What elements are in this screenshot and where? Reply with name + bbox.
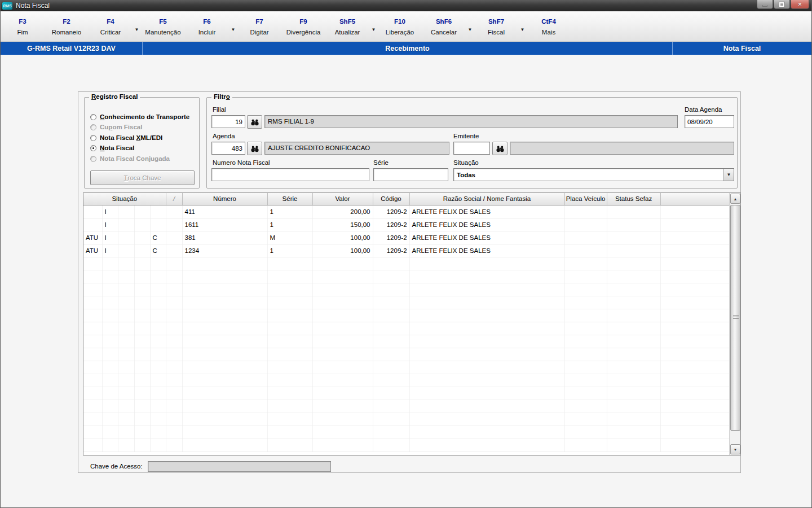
scrollbar-thumb[interactable] (730, 205, 740, 431)
cell-s2[interactable] (102, 426, 118, 439)
cell-placa[interactable] (564, 244, 607, 257)
cell-slash[interactable] (166, 322, 182, 335)
cell-s3[interactable] (118, 218, 134, 231)
cell-valor[interactable] (312, 283, 373, 296)
cell-valor[interactable] (312, 348, 373, 361)
situacao-dropdown[interactable]: Todas ▼ (453, 168, 734, 181)
cell-valor[interactable] (312, 387, 373, 400)
cell-s4[interactable] (134, 426, 150, 439)
cell-razao[interactable] (409, 309, 564, 322)
cell-razao[interactable] (409, 361, 564, 374)
cell-codigo[interactable] (373, 400, 409, 413)
cell-s5[interactable] (150, 400, 166, 413)
cell-filler[interactable] (660, 283, 729, 296)
cell-serie[interactable] (267, 296, 312, 309)
cell-codigo[interactable]: 1209-2 (373, 218, 409, 231)
cell-serie[interactable]: 1 (267, 205, 312, 218)
cell-razao[interactable] (409, 387, 564, 400)
cell-status[interactable] (607, 244, 660, 257)
cell-s5[interactable] (150, 348, 166, 361)
header-valor[interactable]: Valor (312, 193, 373, 205)
header-numero[interactable]: Número (182, 193, 267, 205)
cell-serie[interactable] (267, 374, 312, 387)
cell-slash[interactable] (166, 283, 182, 296)
cell-filler[interactable] (660, 335, 729, 348)
cell-s1[interactable]: ATU (83, 231, 102, 244)
cell-valor[interactable] (312, 413, 373, 426)
empty-row[interactable] (83, 439, 729, 452)
cell-valor[interactable] (312, 426, 373, 439)
cell-placa[interactable] (564, 400, 607, 413)
cell-s3[interactable] (118, 426, 134, 439)
cell-s2[interactable]: I (102, 218, 118, 231)
cell-numero[interactable] (182, 374, 267, 387)
cell-filler[interactable] (660, 244, 729, 257)
cell-filler[interactable] (660, 348, 729, 361)
cell-serie[interactable] (267, 400, 312, 413)
cell-status[interactable] (607, 283, 660, 296)
cell-s3[interactable] (118, 244, 134, 257)
serie-input[interactable] (373, 168, 448, 181)
cell-s4[interactable] (134, 361, 150, 374)
cell-filler[interactable] (660, 270, 729, 283)
cell-placa[interactable] (564, 335, 607, 348)
cell-razao[interactable] (409, 439, 564, 452)
scroll-down-icon[interactable]: ▼ (730, 444, 740, 454)
cell-serie[interactable] (267, 387, 312, 400)
filial-search-button[interactable] (247, 115, 262, 129)
cell-slash[interactable] (166, 361, 182, 374)
toolbar-item-cancelar[interactable]: ShF6 Cancelar (422, 11, 466, 41)
cell-serie[interactable] (267, 348, 312, 361)
header-codigo[interactable]: Código (373, 193, 409, 205)
cell-s2[interactable] (102, 374, 118, 387)
cell-numero[interactable]: 1234 (182, 244, 267, 257)
cell-s4[interactable] (134, 439, 150, 452)
cell-s1[interactable] (83, 361, 102, 374)
cell-filler[interactable] (660, 374, 729, 387)
cell-serie[interactable] (267, 309, 312, 322)
cell-s2[interactable]: I (102, 244, 118, 257)
cell-status[interactable] (607, 387, 660, 400)
cell-numero[interactable]: 381 (182, 231, 267, 244)
cell-serie[interactable] (267, 335, 312, 348)
cell-s5[interactable] (150, 413, 166, 426)
cell-status[interactable] (607, 413, 660, 426)
toolbar-item-digitar[interactable]: F7 Digitar (237, 11, 281, 41)
cell-status[interactable] (607, 426, 660, 439)
cell-slash[interactable] (166, 231, 182, 244)
header-situacao[interactable]: Situação (83, 193, 166, 205)
empty-row[interactable] (83, 387, 729, 400)
cell-status[interactable] (607, 348, 660, 361)
cell-s3[interactable] (118, 348, 134, 361)
empty-row[interactable] (83, 270, 729, 283)
cell-s2[interactable] (102, 283, 118, 296)
cell-placa[interactable] (564, 348, 607, 361)
empty-row[interactable] (83, 361, 729, 374)
cell-razao[interactable]: ARLETE FELIX DE SALES (409, 218, 564, 231)
cell-s4[interactable] (134, 296, 150, 309)
cell-placa[interactable] (564, 270, 607, 283)
cell-filler[interactable] (660, 439, 729, 452)
toolbar-item-fim[interactable]: F3 Fim (1, 11, 45, 41)
cell-s5[interactable] (150, 270, 166, 283)
empty-row[interactable] (83, 400, 729, 413)
cell-codigo[interactable] (373, 426, 409, 439)
cell-placa[interactable] (564, 361, 607, 374)
cell-serie[interactable] (267, 361, 312, 374)
cell-s3[interactable] (118, 439, 134, 452)
cell-numero[interactable] (182, 270, 267, 283)
cell-placa[interactable] (564, 205, 607, 218)
toolbar-item-liberacao[interactable]: F10 Liberação (378, 11, 422, 41)
agenda-code-input[interactable] (211, 142, 245, 155)
maximize-button[interactable] (774, 0, 790, 9)
cell-s5[interactable] (150, 361, 166, 374)
cell-numero[interactable] (182, 296, 267, 309)
cell-slash[interactable] (166, 439, 182, 452)
cell-filler[interactable] (660, 322, 729, 335)
cell-s4[interactable] (134, 205, 150, 218)
cell-placa[interactable] (564, 309, 607, 322)
cell-s2[interactable] (102, 270, 118, 283)
cell-numero[interactable] (182, 335, 267, 348)
cell-s3[interactable] (118, 387, 134, 400)
cell-placa[interactable] (564, 231, 607, 244)
